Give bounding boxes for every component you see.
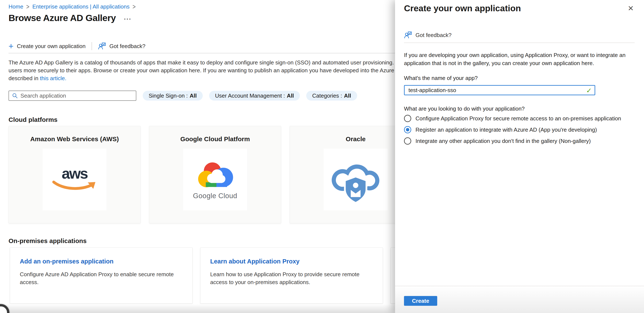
filter-label: Single Sign-on :: [149, 93, 188, 99]
radio-option-register-application[interactable]: Register an application to integrate wit…: [404, 126, 621, 133]
filter-value: All: [287, 93, 294, 99]
more-options-icon[interactable]: ···: [124, 13, 132, 23]
panel-divider: [404, 42, 635, 43]
add-on-premises-application-link[interactable]: Add an on-premises application: [20, 258, 182, 265]
gallery-description-line3: described in: [8, 75, 40, 81]
oracle-cloud-shield-icon: [331, 155, 380, 204]
learn-about-application-proxy-link[interactable]: Learn about Application Proxy: [210, 258, 373, 265]
app-name-question: What's the name of your app?: [404, 75, 478, 81]
radio-option-label: Register an application to integrate wit…: [416, 127, 597, 133]
chevron-right-icon: >: [26, 3, 30, 10]
aws-card[interactable]: Amazon Web Services (AWS) aws: [8, 126, 140, 223]
create-button[interactable]: Create: [404, 296, 437, 306]
breadcrumb-enterprise-apps-link[interactable]: Enterprise applications | All applicatio…: [32, 3, 130, 10]
radio-button-selected-icon: [404, 126, 411, 133]
panel-title: Create your own application: [404, 3, 521, 13]
oracle-cloud-logo: [324, 149, 388, 210]
radio-button-icon: [404, 137, 411, 145]
feedback-icon: [98, 42, 106, 50]
close-icon[interactable]: ✕: [628, 5, 634, 12]
plus-icon: +: [8, 42, 14, 50]
aws-smile-icon: [52, 180, 98, 192]
this-article-link[interactable]: this article.: [40, 75, 66, 81]
breadcrumb: Home > Enterprise applications | All app…: [8, 3, 136, 10]
search-and-filters: Single Sign-on : All User Account Manage…: [8, 91, 357, 101]
got-feedback-label: Got feedback?: [110, 43, 146, 49]
add-on-premises-application-description: Configure Azure AD Application Proxy to …: [20, 271, 182, 286]
command-bar: + Create your own application Got feedba…: [8, 42, 146, 50]
aws-logo-text: aws: [62, 167, 87, 180]
panel-got-feedback-button[interactable]: Got feedback?: [404, 31, 452, 39]
google-cloud-card[interactable]: Google Cloud Platform Google Cloud: [149, 126, 281, 223]
panel-footer: Create: [395, 286, 644, 313]
app-purpose-radio-group: Configure Application Proxy for secure r…: [404, 115, 621, 149]
radio-button-icon: [404, 115, 411, 122]
create-your-own-application-button[interactable]: + Create your own application: [8, 42, 86, 50]
filter-label: Categories :: [312, 93, 342, 99]
filter-value: All: [344, 93, 351, 99]
validation-check-icon: ✓: [586, 87, 592, 95]
search-application-input[interactable]: [20, 93, 133, 99]
radio-option-label: Integrate any other application you don'…: [416, 138, 591, 144]
filter-single-sign-on[interactable]: Single Sign-on : All: [143, 91, 203, 101]
aws-logo: aws: [42, 149, 106, 210]
radio-option-application-proxy[interactable]: Configure Application Proxy for secure r…: [404, 115, 621, 122]
chevron-right-icon: >: [132, 3, 136, 10]
google-cloud-logo-caption: Google Cloud: [193, 192, 237, 200]
filter-label: User Account Management :: [215, 93, 285, 99]
learn-about-application-proxy-card[interactable]: Learn about Application Proxy Learn how …: [200, 248, 383, 304]
radio-option-non-gallery[interactable]: Integrate any other application you don'…: [404, 137, 621, 145]
panel-got-feedback-label: Got feedback?: [416, 32, 452, 38]
on-premises-heading: On-premises applications: [8, 237, 87, 245]
app-name-input[interactable]: [404, 85, 595, 95]
toolbar-divider: [92, 42, 92, 50]
filter-value: All: [190, 93, 197, 99]
cloud-platform-cards: Amazon Web Services (AWS) aws Google Clo…: [8, 126, 422, 223]
app-purpose-question: What are you looking to do with your app…: [404, 106, 525, 112]
radio-option-label: Configure Application Proxy for secure r…: [416, 115, 621, 122]
learn-about-application-proxy-description: Learn how to use Application Proxy to pr…: [210, 271, 373, 286]
panel-description: If you are developing your own applicati…: [404, 51, 636, 67]
google-cloud-card-title: Google Cloud Platform: [149, 136, 281, 143]
google-cloud-icon: [195, 159, 235, 191]
page-title: Browse Azure AD Gallery: [8, 13, 116, 23]
google-cloud-logo: Google Cloud: [183, 149, 247, 210]
create-your-own-application-label: Create your own application: [17, 43, 86, 49]
got-feedback-button[interactable]: Got feedback?: [98, 42, 146, 50]
application-search-box[interactable]: [8, 91, 136, 101]
feedback-icon: [404, 31, 412, 39]
aws-card-title: Amazon Web Services (AWS): [9, 136, 140, 143]
cloud-platforms-heading: Cloud platforms: [8, 116, 58, 123]
create-your-own-application-panel: Create your own application ✕ Got feedba…: [395, 0, 644, 313]
filter-categories[interactable]: Categories : All: [306, 91, 357, 101]
filter-user-account-management[interactable]: User Account Management : All: [209, 91, 300, 101]
search-icon: [12, 93, 18, 99]
app-name-field-wrap: ✓: [404, 85, 595, 95]
breadcrumb-home-link[interactable]: Home: [8, 3, 23, 10]
add-on-premises-application-card[interactable]: Add an on-premises application Configure…: [10, 248, 192, 304]
